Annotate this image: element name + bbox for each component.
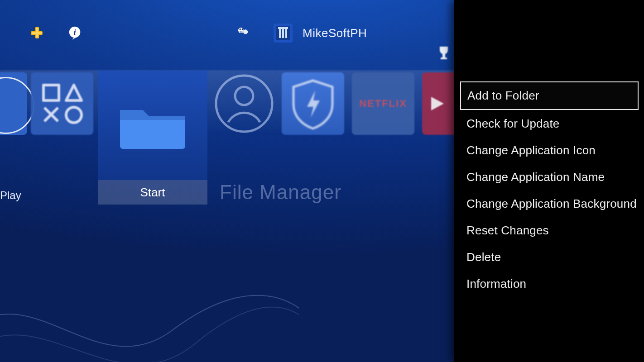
app-tile-remote-play-label: Play (0, 189, 21, 202)
username-label: MikeSoftPH (303, 26, 367, 40)
top-bar-left: i (29, 25, 83, 41)
svg-rect-14 (278, 27, 288, 29)
whats-new-icon[interactable]: i (67, 25, 83, 41)
app-tile-file-manager-selected[interactable] (98, 71, 207, 180)
svg-point-19 (216, 76, 272, 132)
svg-point-9 (242, 29, 243, 30)
play-triangle-icon (425, 92, 447, 115)
svg-text:i: i (74, 28, 76, 37)
user-avatar-icon (274, 24, 293, 43)
ctx-item-change-application-icon[interactable]: Change Application Icon (460, 138, 639, 163)
svg-point-8 (240, 29, 241, 30)
ctx-item-add-to-folder[interactable]: Add to Folder (460, 81, 639, 110)
context-menu-panel: Add to Folder Check for Update Change Ap… (454, 0, 644, 362)
ctx-item-change-application-name[interactable]: Change Application Name (460, 164, 639, 190)
svg-point-18 (66, 107, 82, 123)
trophies-icon[interactable] (436, 45, 452, 61)
svg-rect-11 (279, 28, 281, 38)
start-button-label: Start (140, 186, 165, 200)
ctx-item-delete[interactable]: Delete (460, 244, 639, 270)
app-tile-playroom[interactable] (31, 72, 93, 135)
ctx-item-reset-changes[interactable]: Reset Changes (460, 218, 639, 243)
svg-point-7 (243, 29, 248, 34)
shapes-icon (31, 72, 93, 135)
ctx-item-information[interactable]: Information (460, 271, 639, 297)
decorative-wave (0, 272, 299, 362)
netflix-logo-text: NETFLIX (359, 98, 407, 110)
svg-rect-3 (32, 32, 42, 34)
app-tile-security[interactable] (282, 72, 344, 135)
top-bar-center: MikeSoftPH (235, 24, 367, 43)
app-tile-youtube[interactable] (422, 72, 457, 135)
app-tile-profile[interactable] (213, 72, 275, 135)
folder-icon (116, 98, 189, 152)
svg-point-20 (235, 87, 253, 105)
svg-rect-13 (285, 28, 287, 38)
app-tile-netflix[interactable]: NETFLIX (352, 72, 414, 135)
ps-plus-icon[interactable] (29, 25, 45, 41)
svg-rect-15 (442, 54, 445, 57)
svg-rect-16 (441, 57, 447, 59)
svg-rect-12 (282, 28, 284, 38)
context-menu: Add to Folder Check for Update Change Ap… (460, 81, 639, 298)
app-tile-remote-play[interactable] (0, 72, 27, 135)
ctx-item-check-for-update[interactable]: Check for Update (460, 111, 639, 137)
start-button[interactable]: Start (98, 180, 207, 205)
profile-circle-icon (213, 72, 275, 135)
selected-app-title: File Manager (220, 181, 341, 204)
ctx-item-change-application-background[interactable]: Change Application Background (460, 191, 639, 217)
shield-bolt-icon (282, 72, 344, 135)
user-group[interactable]: MikeSoftPH (274, 24, 367, 43)
svg-rect-17 (43, 85, 59, 100)
friends-icon[interactable] (235, 25, 251, 41)
